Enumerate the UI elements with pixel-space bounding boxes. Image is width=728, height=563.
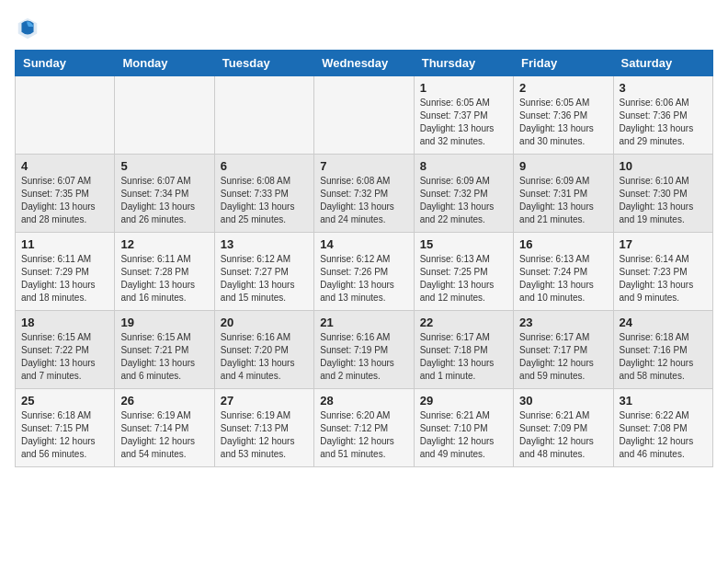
calendar-cell: 3Sunrise: 6:06 AM Sunset: 7:36 PM Daylig… <box>613 76 712 155</box>
calendar-cell: 11Sunrise: 6:11 AM Sunset: 7:29 PM Dayli… <box>16 233 115 311</box>
calendar-cell: 6Sunrise: 6:08 AM Sunset: 7:33 PM Daylig… <box>214 155 313 233</box>
calendar-cell: 9Sunrise: 6:09 AM Sunset: 7:31 PM Daylig… <box>514 155 613 233</box>
day-number: 7 <box>320 159 407 173</box>
day-number: 28 <box>320 394 407 408</box>
day-number: 29 <box>420 394 507 408</box>
day-info: Sunrise: 6:10 AM Sunset: 7:30 PM Dayligh… <box>620 175 707 226</box>
day-info: Sunrise: 6:09 AM Sunset: 7:31 PM Dayligh… <box>519 175 607 226</box>
day-info: Sunrise: 6:14 AM Sunset: 7:23 PM Dayligh… <box>620 253 707 304</box>
column-header-saturday: Saturday <box>613 51 712 76</box>
column-header-tuesday: Tuesday <box>214 51 313 76</box>
calendar-cell: 20Sunrise: 6:16 AM Sunset: 7:20 PM Dayli… <box>214 311 313 389</box>
day-info: Sunrise: 6:11 AM Sunset: 7:28 PM Dayligh… <box>120 253 208 304</box>
day-info: Sunrise: 6:05 AM Sunset: 7:36 PM Dayligh… <box>519 97 607 148</box>
column-header-monday: Monday <box>115 51 214 76</box>
day-number: 30 <box>519 394 607 408</box>
calendar-header-row: SundayMondayTuesdayWednesdayThursdayFrid… <box>16 51 713 76</box>
calendar-cell <box>314 76 414 155</box>
day-number: 22 <box>420 316 507 329</box>
day-info: Sunrise: 6:18 AM Sunset: 7:15 PM Dayligh… <box>21 409 108 461</box>
calendar-cell: 10Sunrise: 6:10 AM Sunset: 7:30 PM Dayli… <box>613 155 712 233</box>
day-info: Sunrise: 6:19 AM Sunset: 7:14 PM Dayligh… <box>120 409 208 461</box>
calendar-cell: 16Sunrise: 6:13 AM Sunset: 7:24 PM Dayli… <box>514 233 613 311</box>
calendar-cell: 12Sunrise: 6:11 AM Sunset: 7:28 PM Dayli… <box>115 233 214 311</box>
calendar-cell: 15Sunrise: 6:13 AM Sunset: 7:25 PM Dayli… <box>414 233 513 311</box>
day-number: 20 <box>221 316 308 329</box>
day-number: 3 <box>620 81 707 95</box>
day-info: Sunrise: 6:19 AM Sunset: 7:13 PM Dayligh… <box>221 409 308 461</box>
day-number: 17 <box>620 237 707 251</box>
day-info: Sunrise: 6:21 AM Sunset: 7:09 PM Dayligh… <box>519 409 607 461</box>
column-header-sunday: Sunday <box>16 51 115 76</box>
day-number: 18 <box>21 316 108 329</box>
calendar-cell: 19Sunrise: 6:15 AM Sunset: 7:21 PM Dayli… <box>115 311 214 389</box>
day-number: 31 <box>620 394 707 408</box>
day-info: Sunrise: 6:13 AM Sunset: 7:24 PM Dayligh… <box>519 253 607 304</box>
day-number: 11 <box>21 237 108 251</box>
calendar-cell: 7Sunrise: 6:08 AM Sunset: 7:32 PM Daylig… <box>314 155 414 233</box>
day-info: Sunrise: 6:07 AM Sunset: 7:34 PM Dayligh… <box>120 175 208 226</box>
calendar-cell: 18Sunrise: 6:15 AM Sunset: 7:22 PM Dayli… <box>16 311 115 389</box>
calendar-cell: 27Sunrise: 6:19 AM Sunset: 7:13 PM Dayli… <box>214 389 313 467</box>
day-number: 8 <box>420 159 507 173</box>
calendar-week-row: 18Sunrise: 6:15 AM Sunset: 7:22 PM Dayli… <box>16 311 713 389</box>
calendar-cell: 23Sunrise: 6:17 AM Sunset: 7:17 PM Dayli… <box>514 311 613 389</box>
day-info: Sunrise: 6:17 AM Sunset: 7:18 PM Dayligh… <box>420 331 507 383</box>
day-number: 23 <box>519 316 607 329</box>
day-number: 6 <box>221 159 308 173</box>
day-info: Sunrise: 6:11 AM Sunset: 7:29 PM Dayligh… <box>21 253 108 304</box>
calendar-week-row: 4Sunrise: 6:07 AM Sunset: 7:35 PM Daylig… <box>16 155 713 233</box>
calendar-cell: 5Sunrise: 6:07 AM Sunset: 7:34 PM Daylig… <box>115 155 214 233</box>
day-number: 27 <box>221 394 308 408</box>
day-info: Sunrise: 6:07 AM Sunset: 7:35 PM Dayligh… <box>21 175 108 226</box>
day-number: 24 <box>620 316 707 329</box>
column-header-wednesday: Wednesday <box>314 51 414 76</box>
calendar-cell <box>16 76 115 155</box>
calendar-table: SundayMondayTuesdayWednesdayThursdayFrid… <box>15 50 713 467</box>
calendar-cell: 22Sunrise: 6:17 AM Sunset: 7:18 PM Dayli… <box>414 311 513 389</box>
day-number: 25 <box>21 394 108 408</box>
column-header-thursday: Thursday <box>414 51 513 76</box>
calendar-cell: 30Sunrise: 6:21 AM Sunset: 7:09 PM Dayli… <box>514 389 613 467</box>
calendar-cell <box>115 76 214 155</box>
day-number: 15 <box>420 237 507 251</box>
day-number: 1 <box>420 81 507 95</box>
calendar-cell <box>214 76 313 155</box>
calendar-week-row: 1Sunrise: 6:05 AM Sunset: 7:37 PM Daylig… <box>16 76 713 155</box>
day-info: Sunrise: 6:20 AM Sunset: 7:12 PM Dayligh… <box>320 409 407 461</box>
day-info: Sunrise: 6:21 AM Sunset: 7:10 PM Dayligh… <box>420 409 507 461</box>
calendar-cell: 13Sunrise: 6:12 AM Sunset: 7:27 PM Dayli… <box>214 233 313 311</box>
calendar-cell: 25Sunrise: 6:18 AM Sunset: 7:15 PM Dayli… <box>16 389 115 467</box>
day-info: Sunrise: 6:15 AM Sunset: 7:21 PM Dayligh… <box>120 331 208 383</box>
day-number: 4 <box>21 159 108 173</box>
calendar-cell: 29Sunrise: 6:21 AM Sunset: 7:10 PM Dayli… <box>414 389 513 467</box>
calendar-cell: 26Sunrise: 6:19 AM Sunset: 7:14 PM Dayli… <box>115 389 214 467</box>
calendar-cell: 24Sunrise: 6:18 AM Sunset: 7:16 PM Dayli… <box>613 311 712 389</box>
day-number: 9 <box>519 159 607 173</box>
calendar-cell: 28Sunrise: 6:20 AM Sunset: 7:12 PM Dayli… <box>314 389 414 467</box>
day-info: Sunrise: 6:16 AM Sunset: 7:20 PM Dayligh… <box>221 331 308 383</box>
day-number: 5 <box>120 159 208 173</box>
day-info: Sunrise: 6:08 AM Sunset: 7:33 PM Dayligh… <box>221 175 308 226</box>
day-number: 21 <box>320 316 407 329</box>
day-info: Sunrise: 6:12 AM Sunset: 7:27 PM Dayligh… <box>221 253 308 304</box>
day-number: 19 <box>120 316 208 329</box>
day-number: 2 <box>519 81 607 95</box>
day-info: Sunrise: 6:16 AM Sunset: 7:19 PM Dayligh… <box>320 331 407 383</box>
page-header <box>15 15 713 40</box>
day-info: Sunrise: 6:05 AM Sunset: 7:37 PM Dayligh… <box>420 97 507 148</box>
day-number: 13 <box>221 237 308 251</box>
logo-icon <box>15 15 40 40</box>
day-info: Sunrise: 6:15 AM Sunset: 7:22 PM Dayligh… <box>21 331 108 383</box>
calendar-cell: 1Sunrise: 6:05 AM Sunset: 7:37 PM Daylig… <box>414 76 513 155</box>
day-number: 14 <box>320 237 407 251</box>
day-info: Sunrise: 6:17 AM Sunset: 7:17 PM Dayligh… <box>519 331 607 383</box>
day-number: 26 <box>120 394 208 408</box>
calendar-cell: 31Sunrise: 6:22 AM Sunset: 7:08 PM Dayli… <box>613 389 712 467</box>
day-info: Sunrise: 6:12 AM Sunset: 7:26 PM Dayligh… <box>320 253 407 304</box>
calendar-cell: 4Sunrise: 6:07 AM Sunset: 7:35 PM Daylig… <box>16 155 115 233</box>
calendar-cell: 17Sunrise: 6:14 AM Sunset: 7:23 PM Dayli… <box>613 233 712 311</box>
calendar-cell: 14Sunrise: 6:12 AM Sunset: 7:26 PM Dayli… <box>314 233 414 311</box>
day-info: Sunrise: 6:18 AM Sunset: 7:16 PM Dayligh… <box>620 331 707 383</box>
calendar-cell: 8Sunrise: 6:09 AM Sunset: 7:32 PM Daylig… <box>414 155 513 233</box>
